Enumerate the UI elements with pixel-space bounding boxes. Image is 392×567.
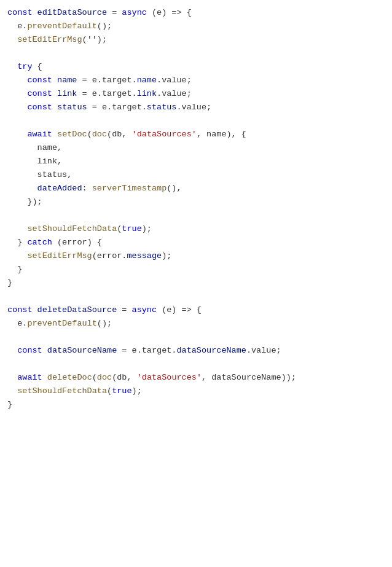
code-token bbox=[7, 87, 27, 101]
code-token: preventDefault bbox=[27, 20, 96, 33]
code-token: link, bbox=[7, 155, 62, 168]
code-token: const bbox=[27, 87, 52, 101]
code-token: .value; bbox=[157, 87, 192, 101]
code-token: .value; bbox=[157, 74, 192, 87]
code-token bbox=[7, 74, 27, 87]
code-line bbox=[0, 47, 392, 60]
code-token: : bbox=[82, 182, 92, 195]
code-token: = e.target. bbox=[77, 87, 136, 101]
code-line: const status = e.target.status.value; bbox=[0, 101, 392, 114]
code-token: setEditErrMsg bbox=[27, 249, 92, 263]
code-token: deleteDataSource bbox=[37, 303, 117, 317]
code-token: name bbox=[137, 74, 157, 87]
code-token: (error. bbox=[92, 249, 127, 263]
code-token: setShouldFetchData bbox=[27, 222, 117, 236]
code-token: name bbox=[57, 74, 77, 87]
code-token bbox=[7, 344, 17, 358]
code-token bbox=[7, 33, 17, 47]
code-token: } bbox=[7, 398, 12, 412]
code-token: dataSourceName bbox=[176, 344, 246, 358]
code-token bbox=[7, 182, 37, 195]
code-line: } catch (error) { bbox=[0, 236, 392, 249]
code-token: (error) { bbox=[52, 236, 102, 249]
code-line: } bbox=[0, 398, 392, 412]
code-token: (db, bbox=[107, 128, 132, 141]
code-token: const bbox=[7, 6, 37, 20]
code-token: ( bbox=[117, 222, 122, 236]
code-token: true bbox=[122, 222, 141, 236]
code-token: setEditErrMsg bbox=[17, 33, 82, 47]
code-token bbox=[7, 60, 17, 74]
code-token: e. bbox=[7, 20, 27, 33]
code-line: } bbox=[0, 263, 392, 276]
code-line: await setDoc(doc(db, 'dataSources', name… bbox=[0, 128, 392, 141]
code-token: ( bbox=[107, 385, 112, 398]
code-token: deleteDoc bbox=[47, 371, 92, 385]
code-token bbox=[7, 371, 17, 385]
code-token: 'dataSources' bbox=[132, 128, 197, 141]
code-editor: const editDataSource = async (e) => { e.… bbox=[0, 0, 392, 418]
code-token: = e.target. bbox=[117, 344, 176, 358]
code-token: } bbox=[7, 276, 12, 290]
code-token: true bbox=[112, 385, 131, 398]
code-token bbox=[52, 101, 57, 114]
code-token: , name), { bbox=[197, 128, 246, 141]
code-token: (e) => { bbox=[147, 6, 192, 20]
code-line: const editDataSource = async (e) => { bbox=[0, 6, 392, 20]
code-token: status bbox=[147, 101, 177, 114]
code-line: setShouldFetchData(true); bbox=[0, 385, 392, 398]
code-token: ( bbox=[87, 128, 92, 141]
code-line bbox=[0, 209, 392, 222]
code-token: (''); bbox=[82, 33, 108, 47]
code-token: preventDefault bbox=[27, 317, 96, 330]
code-token: { bbox=[33, 60, 42, 74]
code-token: const bbox=[27, 101, 52, 114]
code-line: } bbox=[0, 276, 392, 290]
code-token: async bbox=[122, 6, 147, 20]
code-token: status, bbox=[7, 168, 72, 182]
code-token: const bbox=[7, 303, 37, 317]
code-token: = bbox=[117, 303, 131, 317]
code-line: const deleteDataSource = async (e) => { bbox=[0, 303, 392, 317]
code-token: dataSourceName bbox=[47, 344, 117, 358]
code-token: 'dataSources' bbox=[137, 371, 202, 385]
code-token: (); bbox=[97, 20, 112, 33]
code-line: }); bbox=[0, 195, 392, 209]
code-token bbox=[7, 101, 27, 114]
code-line: const dataSourceName = e.target.dataSour… bbox=[0, 344, 392, 358]
code-token: ); bbox=[132, 385, 142, 398]
code-line bbox=[0, 330, 392, 344]
code-token: doc bbox=[92, 128, 107, 141]
code-token: = e.target. bbox=[77, 74, 136, 87]
code-line bbox=[0, 290, 392, 303]
code-token: const bbox=[17, 344, 42, 358]
code-token: dateAdded bbox=[37, 182, 82, 195]
code-token: (); bbox=[97, 317, 112, 330]
code-line bbox=[0, 114, 392, 128]
code-line: const link = e.target.link.value; bbox=[0, 87, 392, 101]
code-token bbox=[52, 128, 57, 141]
code-line: e.preventDefault(); bbox=[0, 20, 392, 33]
code-token: status bbox=[57, 101, 87, 114]
code-token bbox=[7, 222, 27, 236]
code-line: link, bbox=[0, 155, 392, 168]
code-token: message bbox=[127, 249, 162, 263]
code-line: try { bbox=[0, 60, 392, 74]
code-token: setShouldFetchData bbox=[17, 385, 107, 398]
code-token: } bbox=[7, 263, 22, 276]
code-token bbox=[52, 87, 57, 101]
code-token: catch bbox=[27, 236, 52, 249]
code-token: setDoc bbox=[57, 128, 87, 141]
code-token: = bbox=[107, 6, 122, 20]
code-token bbox=[52, 74, 57, 87]
code-line: setEditErrMsg(''); bbox=[0, 33, 392, 47]
code-line: setEditErrMsg(error.message); bbox=[0, 249, 392, 263]
code-token: ( bbox=[92, 371, 97, 385]
code-token bbox=[7, 385, 17, 398]
code-line: name, bbox=[0, 141, 392, 155]
code-token: await bbox=[27, 128, 52, 141]
code-token: editDataSource bbox=[37, 6, 107, 20]
code-token: serverTimestamp bbox=[92, 182, 167, 195]
code-token: ); bbox=[162, 249, 171, 263]
code-token: .value; bbox=[176, 101, 211, 114]
